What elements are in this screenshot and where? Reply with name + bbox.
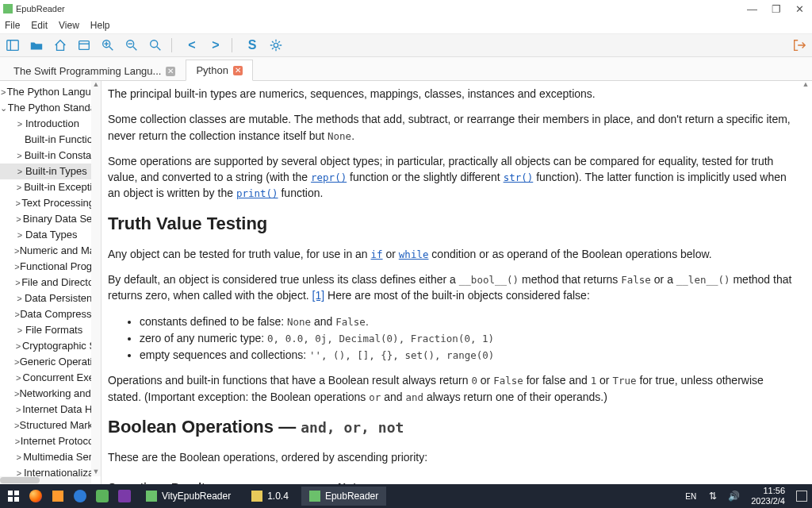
tray-wifi-icon[interactable]: ⇅ bbox=[709, 491, 717, 502]
toc-item[interactable]: >Networking and Interprocess Communicati… bbox=[0, 386, 101, 402]
search-icon[interactable] bbox=[147, 37, 163, 53]
app-icon-blue[interactable] bbox=[71, 487, 89, 505]
false-values-list: constants defined to be false: None and … bbox=[140, 314, 798, 364]
toc-label: Introduction bbox=[25, 117, 79, 131]
toc-item[interactable]: >Structured Markup Processing Tools bbox=[0, 418, 101, 433]
close-tab-icon[interactable]: ✕ bbox=[233, 66, 243, 75]
onenote-icon[interactable] bbox=[116, 487, 133, 505]
sidebar-horizontal-scrollbar[interactable] bbox=[0, 476, 91, 484]
maximize-button[interactable]: ❐ bbox=[772, 3, 781, 15]
expand-arrow-icon: > bbox=[14, 244, 20, 258]
expand-arrow-icon: > bbox=[14, 275, 21, 290]
toc-item[interactable]: >File and Directory Access bbox=[0, 275, 101, 291]
svg-line-12 bbox=[157, 47, 161, 51]
tray-notifications-icon[interactable] bbox=[796, 491, 807, 502]
toc-item[interactable]: >Internet Data Handling bbox=[0, 402, 101, 418]
next-page-icon[interactable]: > bbox=[208, 37, 224, 53]
menu-edit[interactable]: Edit bbox=[31, 20, 48, 31]
style-icon[interactable]: S bbox=[244, 37, 260, 53]
svg-point-11 bbox=[151, 40, 158, 48]
sidebar-vertical-scrollbar[interactable]: ▲▼ bbox=[91, 81, 101, 476]
toc-item[interactable]: >Numeric and Mathematical Modules bbox=[0, 243, 101, 259]
start-button[interactable] bbox=[5, 487, 22, 505]
exit-icon[interactable] bbox=[791, 37, 807, 53]
minimize-button[interactable]: — bbox=[747, 3, 757, 15]
taskbar-item-104[interactable]: 1.0.4 bbox=[243, 487, 297, 506]
taskbar-clock[interactable]: 11:562023/2/4 bbox=[751, 486, 785, 506]
expand-arrow-icon: > bbox=[14, 323, 25, 337]
toc-item[interactable]: >File Formats bbox=[0, 322, 101, 338]
tab-label: Python bbox=[196, 64, 228, 76]
toc-item[interactable]: >Data Types bbox=[0, 227, 101, 243]
toc-item[interactable]: >Built-in Exceptions bbox=[0, 179, 101, 195]
expand-arrow-icon: > bbox=[14, 371, 23, 385]
home-icon[interactable] bbox=[52, 37, 68, 53]
link-if[interactable]: if bbox=[371, 248, 383, 260]
toc-label: The Python Language Reference bbox=[6, 85, 98, 99]
sidebar-toggle-icon[interactable] bbox=[5, 37, 21, 53]
link-str[interactable]: str() bbox=[504, 171, 534, 183]
toc-item[interactable]: >Binary Data Services bbox=[0, 211, 101, 227]
toc-item[interactable]: ⌄The Python Standard Library bbox=[0, 100, 101, 116]
expand-arrow-icon: > bbox=[14, 212, 23, 226]
menu-help[interactable]: Help bbox=[90, 20, 110, 31]
toc-item[interactable]: >Generic Operating System Services bbox=[0, 354, 101, 370]
toc-item[interactable]: >The Python Language Reference bbox=[0, 84, 101, 100]
tab-python[interactable]: Python ✕ bbox=[186, 60, 252, 81]
menu-view[interactable]: View bbox=[59, 20, 79, 31]
open-folder-icon[interactable] bbox=[29, 37, 44, 53]
toc-item[interactable]: >Introduction bbox=[0, 116, 101, 132]
window-title: EpubReader bbox=[16, 4, 65, 13]
svg-rect-14 bbox=[8, 491, 13, 495]
toc-item[interactable]: >Multimedia Services bbox=[0, 449, 101, 465]
toc-label: Data Types bbox=[25, 228, 78, 242]
prev-page-icon[interactable]: < bbox=[184, 37, 200, 53]
toc-label: The Python Standard Library bbox=[8, 101, 98, 115]
link-while[interactable]: while bbox=[399, 248, 429, 260]
tab-swift[interactable]: The Swift Programming Langu... ✕ bbox=[3, 60, 186, 81]
firefox-icon[interactable] bbox=[27, 487, 44, 505]
toc-label: Data Persistence bbox=[25, 291, 98, 306]
link-print[interactable]: print() bbox=[236, 187, 278, 199]
toc-label: Structured Markup Processing Tools bbox=[20, 418, 98, 433]
toc-label: Functional Programming Modules bbox=[20, 260, 98, 274]
toc-label: Numeric and Mathematical Modules bbox=[20, 244, 98, 258]
svg-point-13 bbox=[274, 43, 278, 47]
content-vertical-scrollbar[interactable]: ▲ bbox=[801, 81, 810, 484]
link-repr[interactable]: repr() bbox=[311, 171, 347, 183]
expand-arrow-icon: > bbox=[14, 434, 21, 448]
toc-label: File Formats bbox=[25, 323, 82, 337]
zoom-in-icon[interactable] bbox=[100, 37, 116, 53]
zoom-out-icon[interactable] bbox=[124, 37, 140, 53]
tray-volume-icon[interactable]: 🔊 bbox=[728, 491, 740, 502]
settings-icon[interactable] bbox=[268, 37, 284, 53]
toc-label: Internet Data Handling bbox=[22, 402, 98, 417]
close-button[interactable]: ✕ bbox=[795, 3, 804, 15]
taskbar-item-epubreader[interactable]: EpubReader bbox=[301, 487, 386, 506]
toc-item[interactable]: >Data Persistence bbox=[0, 291, 101, 306]
app-icon bbox=[3, 4, 13, 13]
toc-item[interactable]: >Internet Protocols and Support bbox=[0, 433, 101, 449]
toc-item[interactable]: >Functional Programming Modules bbox=[0, 259, 101, 275]
menu-file[interactable]: File bbox=[5, 20, 20, 31]
toc-item[interactable]: Built-in Functions bbox=[0, 132, 101, 148]
paragraph: Any object can be tested for truth value… bbox=[108, 246, 798, 262]
toc-item[interactable]: >Built-in Constants bbox=[0, 148, 101, 164]
sublime-icon[interactable] bbox=[49, 487, 67, 505]
toc-item[interactable]: >Built-in Types bbox=[0, 164, 101, 179]
footnote-link[interactable]: [1] bbox=[312, 289, 325, 302]
input-language[interactable]: EN bbox=[685, 492, 696, 501]
library-icon[interactable] bbox=[76, 37, 92, 53]
close-tab-icon[interactable]: ✕ bbox=[166, 67, 175, 76]
expand-arrow-icon: > bbox=[0, 85, 6, 99]
toc-item[interactable]: >Data Compression and Archiving bbox=[0, 306, 101, 322]
toc-label: Built-in Types bbox=[25, 164, 87, 179]
toc-item[interactable]: >Text Processing Services bbox=[0, 195, 101, 211]
app-icon-green[interactable] bbox=[94, 487, 111, 505]
col-notes: Notes bbox=[338, 475, 552, 484]
toc-label: Generic Operating System Services bbox=[20, 355, 98, 369]
toc-item[interactable]: >Concurrent Execution bbox=[0, 370, 101, 386]
expand-arrow-icon: > bbox=[14, 291, 25, 306]
toc-item[interactable]: >Cryptographic Services bbox=[0, 338, 101, 354]
taskbar-item-vity[interactable]: VityEpubReader bbox=[138, 487, 239, 506]
